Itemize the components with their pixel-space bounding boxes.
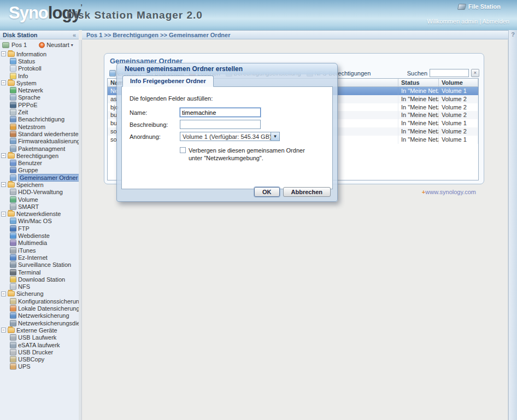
cell-status: In "Meine Netzwe xyxy=(398,95,439,103)
sidebar-item-usb-laufwerk[interactable]: USB Laufwerk xyxy=(1,334,79,341)
folder-icon xyxy=(8,153,15,159)
synology-link[interactable]: +www.synology.com xyxy=(422,189,476,195)
sidebar-item-paketmanagment[interactable]: Paketmanagment xyxy=(1,145,79,152)
host-label[interactable]: Pos 1 xyxy=(11,42,27,48)
sidebar-header: Disk Station « xyxy=(0,30,79,39)
name-field[interactable] xyxy=(180,108,261,117)
sidebar-item-benachrichtigung[interactable]: Benachrichtigung xyxy=(1,116,79,123)
sidebar-item-hdd-verwaltung[interactable]: HDD-Verwaltung xyxy=(1,189,79,196)
hide-folder-checkbox[interactable] xyxy=(180,147,186,153)
top-banner: Synology’ Disk Station Manager 2.0 File … xyxy=(0,0,517,30)
sidebar-category-information[interactable]: −Information xyxy=(1,50,79,57)
create-icon xyxy=(109,70,116,77)
sidebar-item-label: eSATA laufwerk xyxy=(18,342,60,348)
folder-icon xyxy=(8,291,15,296)
sidebar-item-netzwerksicherung[interactable]: Netzwerksicherung xyxy=(1,312,79,319)
sidebar-item-netzwerk[interactable]: Netzwerk xyxy=(1,86,79,94)
tab-shared-folder-info[interactable]: Info Freigegebener Ordner xyxy=(122,75,214,87)
sidebar-item-usb-drucker[interactable]: USB Drucker xyxy=(1,348,79,355)
sidebar-item-label: iTunes xyxy=(18,247,36,254)
sidebar-item-zeit[interactable]: Zeit xyxy=(1,108,79,115)
sidebar-item-standard-wiederherstellen[interactable]: Standard wiederherstellen xyxy=(1,130,79,137)
column-header-volume[interactable]: Volume xyxy=(439,79,478,87)
sidebar-item-download-station[interactable]: Download Station xyxy=(1,276,79,283)
sidebar-item-netzstrom[interactable]: Netzstrom xyxy=(1,123,79,130)
category-label: Netzwerkdienste xyxy=(16,211,61,217)
sidebar-item-ftp[interactable]: FTP xyxy=(1,225,79,232)
sidebar-item-label: USB Drucker xyxy=(18,349,53,355)
sidebar-item-gemeinsamer-ordner[interactable]: Gemeinsamer Ordner xyxy=(1,174,79,181)
sidebar-item-benutzer[interactable]: Benutzer xyxy=(1,159,79,166)
sidebar-item-usbcopy[interactable]: USBCopy xyxy=(1,355,79,363)
collapse-sidebar-icon[interactable]: « xyxy=(73,32,76,38)
sidebar-item-lokale-datensicherung[interactable]: Lokale Datensicherung xyxy=(1,305,79,312)
help-panel: ? xyxy=(508,30,517,420)
sidebar-item-sprache[interactable]: Sprache xyxy=(1,94,79,101)
collapse-node-icon[interactable]: − xyxy=(1,80,6,85)
sidebar-item-win-mac-os[interactable]: Win/Mac OS xyxy=(1,218,79,225)
collapse-node-icon[interactable]: − xyxy=(1,51,6,56)
category-label: Sicherung xyxy=(16,290,44,297)
sidebar-category-sicherung[interactable]: −Sicherung xyxy=(1,290,79,298)
sidebar-item-webdienste[interactable]: Webdienste xyxy=(1,232,79,239)
sidebar-category-externe-ger-te[interactable]: −Externe Geräte xyxy=(1,326,79,334)
collapse-node-icon[interactable]: − xyxy=(1,291,6,296)
restart-button[interactable]: Neustart ▾ xyxy=(39,42,73,48)
network-backup-service-icon xyxy=(10,320,16,326)
sidebar-item-smart[interactable]: SMART xyxy=(1,203,79,210)
sidebar-item-multimedia[interactable]: Multimedia xyxy=(1,240,79,247)
sidebar-item-protokoll[interactable]: Protokoll xyxy=(1,65,79,72)
sidebar-item-info[interactable]: Info xyxy=(1,72,79,79)
collapse-node-icon[interactable]: − xyxy=(1,153,6,158)
sidebar-item-label: Ez-Internet xyxy=(18,254,48,261)
collapse-node-icon[interactable]: − xyxy=(1,182,6,187)
sidebar-item-nfs[interactable]: NFS xyxy=(1,283,79,290)
sidebar-category-system[interactable]: −System xyxy=(1,79,79,86)
file-station-link[interactable]: File Station xyxy=(458,3,501,10)
ups-icon xyxy=(10,363,16,370)
hdd-management-icon xyxy=(10,189,16,195)
sidebar-item-label: Volume xyxy=(18,196,38,203)
sidebar-item-konfigurationssicherung[interactable]: Konfigurationssicherung xyxy=(1,298,79,305)
dialog-title[interactable]: Neuen gemeinsamen Ordner erstellen xyxy=(117,63,337,74)
sidebar-category-speichern[interactable]: −Speichern xyxy=(1,181,79,188)
clear-search-icon[interactable]: × xyxy=(471,69,479,77)
app-title: Disk Station Manager 2.0 xyxy=(67,9,203,21)
description-field[interactable] xyxy=(180,120,261,129)
sidebar-item-terminal[interactable]: Terminal xyxy=(1,269,79,276)
sidebar-item-label: Benutzer xyxy=(18,160,42,166)
sidebar-item-netzwerksicherungsdienst[interactable]: Netzwerksicherungsdienst xyxy=(1,319,79,326)
collapse-node-icon[interactable]: − xyxy=(1,212,6,217)
web-services-icon xyxy=(10,232,16,239)
volume-select[interactable]: Volume 1 (Verfügbar: 545.34 GB) ▼ xyxy=(180,132,280,141)
sidebar-item-label: Surveillance Station xyxy=(18,261,71,268)
group-icon xyxy=(10,167,16,173)
chevron-down-icon[interactable]: ▼ xyxy=(271,132,280,141)
search-input[interactable] xyxy=(430,69,469,77)
multimedia-icon xyxy=(10,240,16,246)
sidebar-item-ez-internet[interactable]: Ez-Internet xyxy=(1,254,79,261)
sidebar-category-berechtigungen[interactable]: −Berechtigungen xyxy=(1,152,79,159)
logout-link[interactable]: Abmelden xyxy=(482,18,509,25)
ez-internet-icon xyxy=(10,254,16,261)
sidebar-item-volume[interactable]: Volume xyxy=(1,196,79,203)
sidebar-item-firmwareaktualisierung[interactable]: Firmwareaktualisierung xyxy=(1,138,79,145)
restart-icon xyxy=(39,42,45,48)
ok-button[interactable]: OK xyxy=(254,187,280,197)
sidebar-item-status[interactable]: Status xyxy=(1,57,79,65)
column-header-status[interactable]: Status xyxy=(398,79,439,87)
cancel-button[interactable]: Abbrechen xyxy=(283,187,331,197)
sidebar-item-gruppe[interactable]: Gruppe xyxy=(1,167,79,174)
sidebar-item-surveillance-station[interactable]: Surveillance Station xyxy=(1,261,79,269)
info-icon xyxy=(10,73,16,79)
help-icon[interactable]: ? xyxy=(509,31,517,38)
sidebar-item-pppoe[interactable]: PPPoE xyxy=(1,101,79,108)
collapse-node-icon[interactable]: − xyxy=(1,328,6,332)
sidebar-item-itunes[interactable]: iTunes xyxy=(1,247,79,254)
package-management-icon xyxy=(10,145,16,152)
sidebar-category-netzwerkdienste[interactable]: −Netzwerkdienste xyxy=(1,211,79,218)
sidebar-item-ups[interactable]: UPS xyxy=(1,363,79,370)
sidebar-item-esata-laufwerk[interactable]: eSATA laufwerk xyxy=(1,341,79,348)
sidebar: Pos 1 Neustart ▾ −InformationStatusProto… xyxy=(0,40,79,420)
restore-defaults-icon xyxy=(10,131,16,137)
